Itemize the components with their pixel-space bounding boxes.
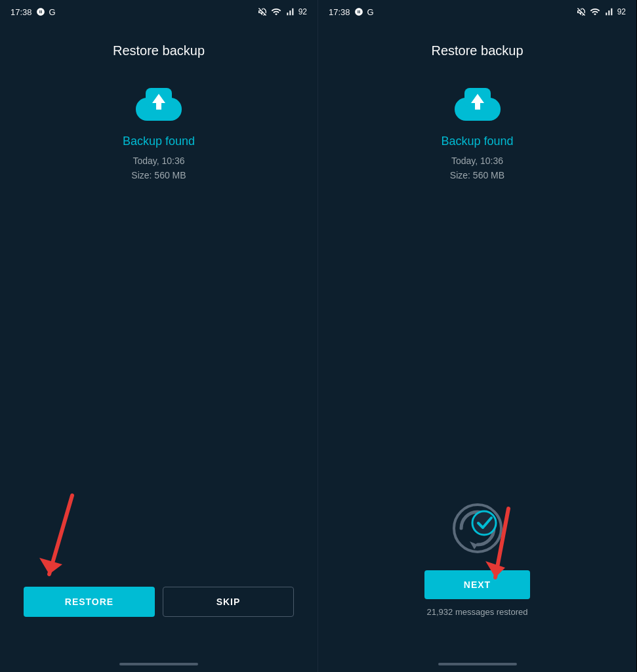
right-content: Restore backup Backup found Today, 10:36… <box>318 24 636 502</box>
right-panel: 17:38 G 92 Restore backup Backup found T… <box>318 0 636 672</box>
restore-complete-icon <box>451 502 504 557</box>
skip-button[interactable]: SKIP <box>163 587 294 617</box>
backup-size-left: Size: 560 MB <box>131 168 186 182</box>
network-right: G <box>367 7 374 17</box>
mute-icon-right <box>576 7 586 17</box>
cloud-icon-right <box>451 85 504 124</box>
svg-marker-9 <box>470 541 478 549</box>
status-bar-right: 17:38 G 92 <box>318 0 636 24</box>
backup-found-right: Backup found <box>441 135 513 148</box>
status-right-right: 92 <box>576 7 626 17</box>
restore-complete-svg <box>451 502 504 555</box>
cloud-upload-svg-right <box>451 85 504 124</box>
time-right: 17:38 <box>329 7 350 17</box>
home-indicator-left <box>0 656 318 672</box>
status-left: 17:38 G <box>10 7 56 17</box>
backup-date-right: Today, 10:36 <box>450 154 504 168</box>
restore-button[interactable]: RESTORE <box>24 587 155 617</box>
backup-date-left: Today, 10:36 <box>131 154 186 168</box>
status-bar-left: 17:38 G 92 <box>0 0 318 24</box>
home-bar-right <box>438 663 517 665</box>
left-title: Restore backup <box>113 43 205 58</box>
backup-found-left: Backup found <box>123 135 195 148</box>
messages-restored: 21,932 messages restored <box>427 607 528 617</box>
status-right-left: 92 <box>257 7 307 17</box>
next-button[interactable]: NEXT <box>424 570 530 599</box>
backup-meta-right: Today, 10:36 Size: 560 MB <box>450 154 504 183</box>
time-left: 17:38 <box>10 7 32 17</box>
wifi-icon-left <box>271 7 281 17</box>
svg-point-10 <box>472 511 496 535</box>
right-bottom: NEXT 21,932 messages restored <box>318 502 636 656</box>
cloud-upload-svg-left <box>133 85 185 124</box>
home-bar-left <box>119 663 198 665</box>
backup-meta-left: Today, 10:36 Size: 560 MB <box>131 154 186 183</box>
signal-icon-left <box>285 7 295 17</box>
carrier-icon-right <box>354 7 363 16</box>
left-bottom: RESTORE SKIP <box>0 587 318 656</box>
status-left-right: 17:38 G <box>329 7 374 17</box>
cloud-icon-left <box>133 85 185 124</box>
home-indicator-right <box>318 656 636 672</box>
backup-size-right: Size: 560 MB <box>450 168 504 182</box>
left-content: Restore backup Backup found Today, 10:36… <box>0 24 318 587</box>
left-panel: 17:38 G 92 Restore backup Backup <box>0 0 318 672</box>
signal-icon-right <box>604 7 614 17</box>
button-row-left: RESTORE SKIP <box>16 587 302 617</box>
wifi-icon-right <box>590 7 600 17</box>
mute-icon-left <box>257 7 268 17</box>
network-left: G <box>49 7 56 17</box>
battery-left: 92 <box>298 7 307 16</box>
battery-right: 92 <box>617 7 626 16</box>
right-title: Restore backup <box>431 43 523 58</box>
carrier-icon-left <box>36 7 45 16</box>
